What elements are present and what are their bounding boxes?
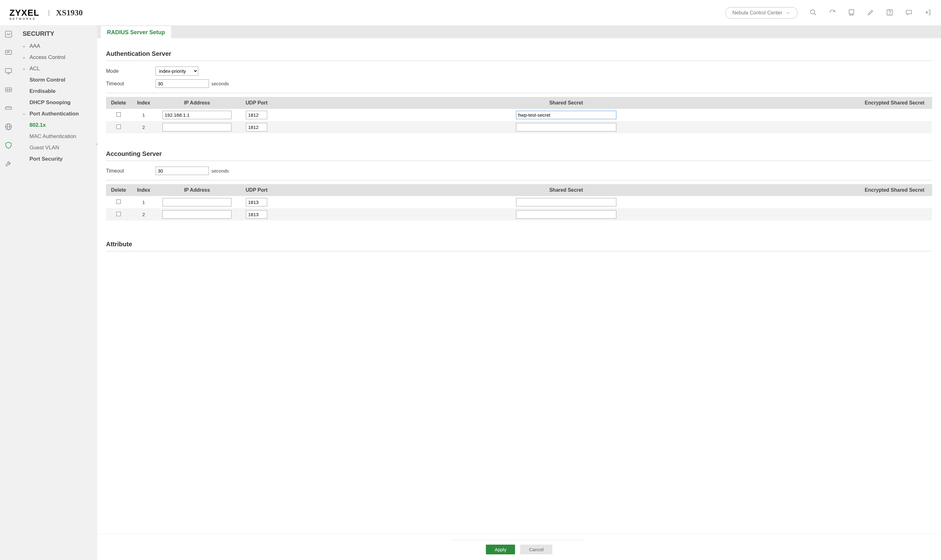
ip-input[interactable] [163, 111, 232, 119]
brand-name: ZYXEL [9, 8, 39, 18]
delete-checkbox[interactable] [116, 212, 121, 216]
sidebar-item-aaa[interactable]: AAA [17, 40, 97, 52]
sidebar-item-label: 802.1x [29, 122, 46, 128]
col-delete: Delete [106, 97, 131, 109]
apply-button[interactable]: Apply [486, 545, 515, 554]
security-icon[interactable] [5, 141, 12, 150]
table-row: 1 [106, 109, 932, 121]
cancel-button[interactable]: Cancel [520, 545, 552, 554]
svg-rect-8 [906, 10, 912, 14]
sidebar-item-label: ACL [29, 66, 40, 72]
sidebar-item-label: MAC Authentication [29, 133, 76, 140]
enc-secret-cell [857, 196, 932, 208]
logout-icon[interactable] [924, 9, 932, 17]
col-secret: Shared Secret [275, 97, 857, 109]
sidebar-item-guest-vlan[interactable]: Guest VLAN [17, 142, 97, 154]
port-input[interactable] [246, 198, 267, 206]
port-icon[interactable] [5, 86, 12, 95]
svg-line-1 [814, 13, 816, 15]
ip-input[interactable] [163, 123, 232, 131]
col-port: UDP Port [238, 97, 275, 109]
acct-section-title: Accounting Server [106, 146, 932, 161]
forum-icon[interactable] [905, 9, 912, 17]
svg-point-0 [810, 9, 815, 14]
header-divider: | [48, 9, 49, 16]
ncc-label: Nebula Control Center [732, 10, 782, 16]
brand-sub: NETWORKS [9, 17, 36, 20]
nebula-control-center-button[interactable]: Nebula Control Center → [725, 7, 798, 18]
ip-input[interactable] [163, 198, 232, 206]
acct-server-table: Delete Index IP Address UDP Port Shared … [106, 184, 932, 220]
table-row: 2 [106, 208, 932, 220]
attr-section-title: Attribute [106, 236, 932, 251]
port-input[interactable] [246, 111, 267, 119]
index-cell: 1 [131, 109, 156, 121]
sidebar-item-label: Errdisable [29, 88, 55, 94]
switching-icon[interactable] [5, 104, 12, 113]
auth-server-table: Delete Index IP Address UDP Port Shared … [106, 97, 932, 133]
col-index: Index [131, 97, 156, 109]
sidebar-item-port-security[interactable]: Port Security [17, 154, 97, 165]
system-icon[interactable] [5, 67, 12, 76]
tabbar: RADIUS Server Setup [97, 26, 941, 38]
auth-timeout-input[interactable] [155, 79, 209, 88]
auth-timeout-label: Timeout [106, 81, 155, 86]
delete-checkbox[interactable] [116, 200, 121, 204]
col-secret: Shared Secret [275, 184, 857, 196]
brand-logo: ZYXEL NETWORKS [9, 8, 39, 18]
col-enc: Encrypted Shared Secret [857, 184, 932, 196]
index-cell: 2 [131, 208, 156, 220]
mode-label: Mode [106, 68, 155, 74]
sidebar-item-label: Port Authentication [29, 111, 79, 117]
secret-input[interactable] [516, 111, 617, 119]
enc-secret-cell [857, 109, 932, 121]
header-toolbar [810, 9, 932, 17]
sidebar-item-dhcp-snooping[interactable]: DHCP Snooping [17, 97, 97, 108]
acct-timeout-input[interactable] [155, 166, 209, 175]
refresh-icon[interactable] [829, 9, 836, 17]
table-row: 1 [106, 196, 932, 208]
network-icon[interactable] [5, 123, 12, 132]
sidebar: SECURITY AAAAccess ControlACLStorm Contr… [17, 26, 97, 560]
table-row: 2 [106, 121, 932, 133]
col-enc: Encrypted Shared Secret [857, 97, 932, 109]
svg-rect-17 [9, 89, 10, 90]
sidebar-item-mac-authentication[interactable]: MAC Authentication [17, 131, 97, 142]
edit-icon[interactable] [867, 9, 874, 17]
auth-timeout-unit: seconds [211, 81, 229, 86]
search-icon[interactable] [810, 9, 817, 17]
product-name: XS1930 [56, 8, 83, 18]
secret-input[interactable] [516, 210, 617, 218]
auth-section-title: Authentication Server [106, 46, 932, 61]
tab-radius-server-setup[interactable]: RADIUS Server Setup [100, 26, 172, 38]
sidebar-item-storm-control[interactable]: Storm Control [17, 74, 97, 86]
col-delete: Delete [106, 184, 131, 196]
dashboard-icon[interactable] [5, 30, 12, 39]
sidebar-item-802-1x[interactable]: 802.1x [17, 120, 97, 131]
help-icon[interactable] [886, 9, 893, 17]
sidebar-item-acl[interactable]: ACL [17, 63, 97, 74]
sidebar-item-label: AAA [29, 43, 40, 49]
delete-checkbox[interactable] [116, 125, 121, 129]
sidebar-item-label: Guest VLAN [29, 145, 59, 151]
sidebar-item-access-control[interactable]: Access Control [17, 52, 97, 63]
mode-select[interactable]: index-priority [155, 66, 198, 75]
sidebar-item-errdisable[interactable]: Errdisable [17, 86, 97, 97]
col-ip: IP Address [156, 97, 238, 109]
port-input[interactable] [246, 210, 267, 218]
sidebar-item-port-authentication[interactable]: Port Authentication [17, 108, 97, 120]
monitor-icon[interactable] [5, 49, 12, 58]
sidebar-title: SECURITY [17, 30, 97, 40]
enc-secret-cell [857, 208, 932, 220]
sidebar-item-label: Storm Control [29, 77, 65, 83]
acct-timeout-unit: seconds [211, 168, 229, 174]
delete-checkbox[interactable] [116, 112, 121, 117]
arrow-right-icon: → [786, 10, 790, 16]
port-input[interactable] [246, 123, 267, 131]
save-icon[interactable] [848, 9, 855, 17]
ip-input[interactable] [163, 210, 232, 218]
secret-input[interactable] [516, 123, 617, 131]
maintenance-icon[interactable] [5, 160, 12, 169]
secret-input[interactable] [516, 198, 617, 206]
sidebar-item-label: DHCP Snooping [29, 100, 71, 106]
